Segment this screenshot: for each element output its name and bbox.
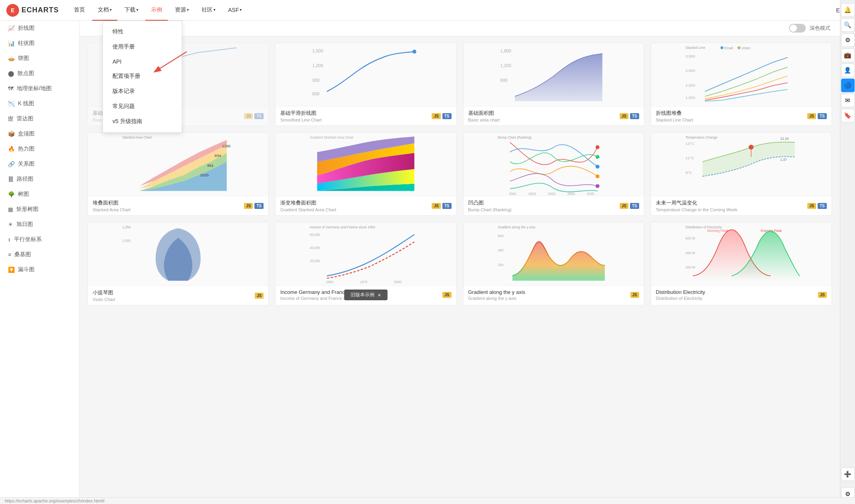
notification-icon[interactable]: 🔔 xyxy=(841,3,855,17)
svg-point-12 xyxy=(737,46,740,49)
svg-point-27 xyxy=(595,155,599,159)
chart-preview-stacked-area: Stacked Area Chart 1520 861 934 1290 xyxy=(88,133,268,196)
chart-card-distribution[interactable]: Distribution of Electricity Morning Peak… xyxy=(651,222,832,305)
logo-circle: E xyxy=(6,4,19,17)
chart-title-cn-6: 未来一周气温变化 xyxy=(656,199,737,207)
sidebar-item-tree[interactable]: 🌳 树图 xyxy=(0,187,79,202)
sidebar-item-lines[interactable]: 🛤 路径图 xyxy=(0,172,79,187)
sidebar-item-sankey[interactable]: ≡ 桑基图 xyxy=(0,247,79,262)
svg-text:Distribution of Electricity: Distribution of Electricity xyxy=(685,225,722,229)
chart-card-income[interactable]: Income of Germany and France since 1950 … xyxy=(275,222,456,305)
line-chart-icon: 📈 xyxy=(8,25,15,31)
nav-community[interactable]: 社区 ▾ xyxy=(196,0,221,21)
svg-point-5 xyxy=(413,50,417,54)
svg-text:1,200: 1,200 xyxy=(500,63,511,68)
chart-title-cn-8: Gradient along the y axis xyxy=(468,289,525,295)
sidebar-item-sunburst[interactable]: ☀ 旭日图 xyxy=(0,217,79,232)
sidebar-item-line[interactable]: 📈 折线图 xyxy=(0,21,79,36)
chart-card-bump[interactable]: Bump Chart (Ranking) 2001 xyxy=(463,132,644,216)
parallel-icon: ⫾ xyxy=(8,236,11,243)
sidebar-item-parallel[interactable]: ⫾ 平行坐标系 xyxy=(0,232,79,247)
logo-letter: E xyxy=(11,7,14,14)
chart-card-violin[interactable]: 1,250 1,000 小提琴图 Violin Chart JS xyxy=(87,222,269,305)
chart-footer-area: 基础面积图 Basic area chart JS TS xyxy=(463,106,644,126)
dropdown-item-0[interactable]: 特性 xyxy=(103,24,182,39)
chart-card-temperature[interactable]: Temperature Change 13°C 11°C 9°C 11.14 1… xyxy=(651,132,832,216)
lines-icon: 🛤 xyxy=(8,176,14,182)
circle-blue-icon[interactable]: 🔵 xyxy=(841,79,855,92)
nav-download[interactable]: 下载 ▾ xyxy=(119,0,144,21)
sidebar-item-treemap[interactable]: ▦ 矩形树图 xyxy=(0,202,79,217)
nav-asf[interactable]: ASF ▾ xyxy=(223,0,247,21)
dropdown-item-4[interactable]: 版本记录 xyxy=(103,84,182,99)
logo[interactable]: E ECHARTS xyxy=(6,4,59,17)
chart-card-gradient-stacked[interactable]: Gradient Stacked Area Chart 渐变堆叠面积图 Grad… xyxy=(275,132,456,216)
sankey-icon: ≡ xyxy=(8,251,11,258)
chart-card-gradient-y[interactable]: Gradient along the y axis 800 400 200 Gr… xyxy=(463,222,644,305)
dropdown-item-3[interactable]: 配置项手册 xyxy=(103,69,182,84)
sidebar-item-boxplot[interactable]: 📦 盒须图 xyxy=(0,126,79,141)
chart-title-en-8: Gradient along the y axis xyxy=(468,296,525,301)
dark-mode-toggle[interactable] xyxy=(789,24,806,33)
tree-icon: 🌳 xyxy=(8,191,15,197)
svg-text:1290: 1290 xyxy=(222,144,231,148)
chart-preview-temperature: Temperature Change 13°C 11°C 9°C 11.14 1… xyxy=(651,133,832,196)
svg-text:Gradient Stacked Area Chart: Gradient Stacked Area Chart xyxy=(310,135,354,139)
sidebar-item-radar[interactable]: 🕸 雷达图 xyxy=(0,111,79,126)
svg-text:2002: 2002 xyxy=(528,192,536,196)
chart-preview-stacked-line: Stacked Line Email Union 3,500 3,000 2,0… xyxy=(651,43,832,106)
nav-home[interactable]: 首页 xyxy=(68,0,91,21)
nav-docs[interactable]: 文档 ▾ xyxy=(92,0,117,21)
svg-text:11.14: 11.14 xyxy=(780,137,789,141)
mail-icon[interactable]: ✉ xyxy=(841,94,855,107)
svg-point-39 xyxy=(748,145,753,150)
briefcase-icon[interactable]: 💼 xyxy=(841,48,855,62)
chart-preview-area: 1,800 1,200 600 xyxy=(463,43,644,106)
svg-text:2003: 2003 xyxy=(548,192,555,196)
sidebar-item-scatter[interactable]: ⬤ 散点图 xyxy=(0,66,79,81)
svg-text:Stacked Area Chart: Stacked Area Chart xyxy=(122,135,152,139)
svg-text:400 W: 400 W xyxy=(685,251,696,255)
dropdown-item-5[interactable]: 常见问题 xyxy=(103,99,182,114)
svg-text:900: 900 xyxy=(312,78,320,83)
dropdown-item-1[interactable]: 使用手册 xyxy=(103,39,182,54)
sidebar-item-map[interactable]: 🗺 地理坐标/地图 xyxy=(0,81,79,96)
logo-text: ECHARTS xyxy=(21,6,59,14)
chart-card-stacked-area[interactable]: Stacked Area Chart 1520 861 934 1290 堆叠面… xyxy=(87,132,269,216)
dropdown-item-2[interactable]: API xyxy=(103,54,182,69)
chart-card-smoothed-line[interactable]: 1,500 1,200 900 600 基础平滑折线图 Smoothed Lin… xyxy=(275,42,456,126)
sidebar-item-candlestick[interactable]: 📉 K 线图 xyxy=(0,96,79,111)
chart-preview-gradient-stacked: Gradient Stacked Area Chart xyxy=(275,133,456,196)
sidebar-item-funnel[interactable]: 🔽 漏斗图 xyxy=(0,262,79,277)
nav-resources[interactable]: 资源 ▾ xyxy=(169,0,194,21)
chart-title-cn-violin: 小提琴图 xyxy=(93,289,115,296)
user-icon[interactable]: 👤 xyxy=(841,64,855,77)
svg-text:60,000: 60,000 xyxy=(310,233,320,237)
search-icon[interactable]: 🔍 xyxy=(841,18,855,32)
settings-icon[interactable]: ⚙ xyxy=(841,33,855,47)
sunburst-icon: ☀ xyxy=(8,221,13,228)
sidebar-item-graph[interactable]: 🔗 关系图 xyxy=(0,156,79,172)
navbar: E ECHARTS 首页 文档 ▾ 下载 ▾ 示例 资源 ▾ 社区 ▾ ASF … xyxy=(0,0,855,21)
chart-title-en-5: Bump Chart (Ranking) xyxy=(468,207,512,212)
chart-footer-bump: 凹凸图 Bump Chart (Ranking) JS TS xyxy=(463,196,644,215)
svg-text:1,500: 1,500 xyxy=(312,48,324,53)
chart-footer-stacked-area: 堆叠面积图 Stacked Area Chart JS TS xyxy=(88,196,268,215)
chart-card-area-basic[interactable]: 1,800 1,200 600 基础面积图 Basic area chart J… xyxy=(463,42,644,126)
chart-card-stacked-line[interactable]: Stacked Line Email Union 3,500 3,000 2,0… xyxy=(651,42,832,126)
svg-text:40,000: 40,000 xyxy=(310,246,320,250)
svg-point-28 xyxy=(595,174,599,178)
sidebar-item-bar[interactable]: 📊 柱状图 xyxy=(0,36,79,51)
docs-dropdown: 特性 使用手册 API 配置项手册 版本记录 常见问题 v5 升级指南 xyxy=(103,21,182,133)
dropdown-item-6[interactable]: v5 升级指南 xyxy=(103,114,182,129)
bookmark-icon[interactable]: 🔖 xyxy=(841,109,855,122)
chart-footer-stacked-line: 折线图堆叠 Stacked Line Chart JS TS xyxy=(651,106,832,126)
chart-title-cn-3: 堆叠面积图 xyxy=(93,199,130,207)
svg-text:Email: Email xyxy=(724,46,733,50)
banner-close[interactable]: × xyxy=(378,292,381,298)
sidebar-item-heatmap[interactable]: 🔥 热力图 xyxy=(0,141,79,156)
svg-text:2001: 2001 xyxy=(509,192,516,196)
nav-examples[interactable]: 示例 xyxy=(145,0,168,21)
sidebar-item-pie[interactable]: 🥧 饼图 xyxy=(0,51,79,66)
svg-text:Temperature Change: Temperature Change xyxy=(685,135,717,139)
